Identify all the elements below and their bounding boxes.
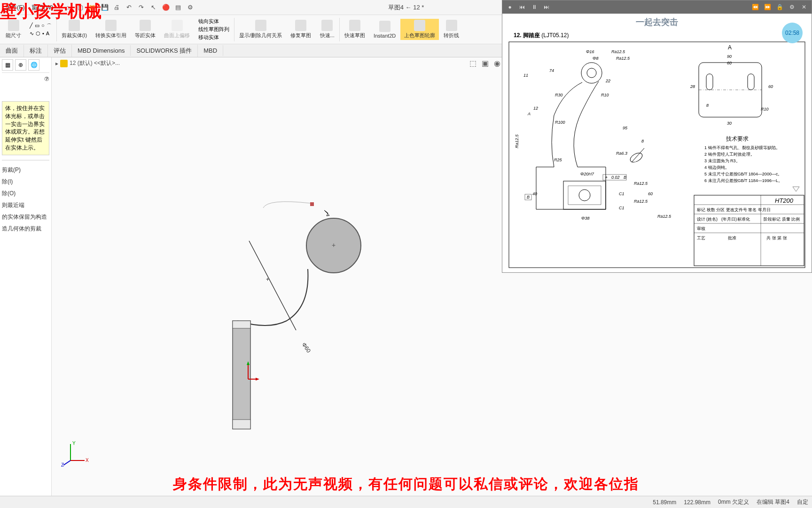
instant2d-button[interactable]: Instant2D: [370, 20, 399, 40]
pattern-group: 镜向实体 线性草图阵列 移动实体: [195, 18, 233, 41]
home-icon[interactable]: ⌂: [62, 2, 74, 13]
svg-text:Ra6.3: Ra6.3: [616, 151, 627, 156]
overlay-lock-icon[interactable]: 🔒: [776, 3, 783, 11]
svg-text:技术要求: 技术要求: [726, 135, 749, 142]
svg-text:0.02: 0.02: [611, 175, 620, 180]
opt-nearest[interactable]: 则最近端: [2, 199, 49, 211]
svg-text:+: +: [332, 241, 336, 249]
turn-button[interactable]: 转折线: [440, 19, 463, 40]
svg-text:60: 60: [768, 84, 773, 89]
svg-line-16: [63, 460, 70, 465]
opt-del-in[interactable]: 除(I): [2, 176, 49, 188]
svg-text:R30: R30: [555, 93, 563, 97]
svg-text:B: B: [527, 195, 530, 199]
tab-mbd[interactable]: MBD: [198, 45, 223, 56]
tab-annotate[interactable]: 标注: [24, 45, 48, 57]
overlay-prev-icon[interactable]: ⏮: [518, 3, 526, 11]
rebuild-icon[interactable]: 🔴: [160, 2, 172, 13]
opt-ignore[interactable]: 造几何体的剪裁: [2, 223, 49, 235]
new-icon[interactable]: ▢: [75, 2, 86, 13]
move-button[interactable]: 移动实体: [198, 34, 229, 41]
panel-help-icon[interactable]: ⑦: [44, 76, 49, 82]
overlay-forward-icon[interactable]: ⏩: [764, 3, 771, 11]
svg-point-20: [587, 68, 596, 78]
drawing-body: 12. 脚踏座 (LJT05.12) Φ16 Φ8 Ra12.5 Ra12.5 …: [502, 31, 812, 274]
opt-del-out[interactable]: 除(O): [2, 188, 49, 199]
text-icon[interactable]: A: [46, 31, 49, 37]
tab-addins[interactable]: SOLIDWORKS 插件: [131, 45, 198, 57]
svg-text:R100: R100: [555, 120, 565, 125]
svg-text:⌖: ⌖: [605, 175, 608, 180]
surface-offset-button[interactable]: 曲面上偏移: [160, 19, 194, 40]
svg-point-19: [581, 63, 602, 83]
tab-evaluate[interactable]: 评估: [48, 45, 72, 57]
mirror-button[interactable]: 镜向实体: [198, 18, 229, 25]
svg-text:HT200: HT200: [775, 197, 794, 204]
gear-icon[interactable]: ⚙: [185, 2, 196, 13]
panel-tab-2[interactable]: ⊕: [15, 59, 26, 71]
svg-text:R25: R25: [554, 158, 562, 162]
rect-icon[interactable]: ▭: [35, 23, 39, 30]
cursor-icon: [324, 210, 329, 216]
panel-tab-3[interactable]: 🌐: [28, 59, 39, 71]
overlay-record-icon[interactable]: ●: [506, 3, 514, 11]
status-mode: 在编辑 草图4: [757, 498, 789, 506]
rapid-sketch-button[interactable]: 快速草图: [341, 19, 369, 40]
svg-rect-18: [509, 42, 805, 268]
line-icon[interactable]: ╱: [30, 23, 33, 30]
overlay-title: 一起去突击: [502, 14, 812, 31]
overlay-close-icon[interactable]: ✕: [800, 3, 808, 11]
undo-icon[interactable]: ↶: [124, 2, 135, 13]
opt-trim[interactable]: 剪裁(P): [2, 164, 49, 176]
circle-icon[interactable]: ○: [41, 23, 45, 30]
offset-button[interactable]: 等距实体: [131, 19, 159, 40]
overlay-pause-icon[interactable]: ⏸: [531, 3, 538, 11]
spline-icon[interactable]: ∿: [30, 31, 34, 37]
print-icon[interactable]: 🖨: [111, 2, 123, 13]
svg-text:22: 22: [605, 79, 610, 83]
overlay-next-icon[interactable]: ⏭: [543, 3, 550, 11]
menu-window[interactable]: 窗口(W): [29, 3, 56, 12]
redo-icon[interactable]: ↷: [136, 2, 147, 13]
save-icon[interactable]: 💾: [99, 2, 110, 13]
svg-text:+: +: [266, 276, 269, 283]
tab-surface[interactable]: 曲面: [0, 45, 24, 57]
svg-text:4 锐边倒钝。: 4 锐边倒钝。: [704, 165, 729, 170]
open-icon[interactable]: 📂: [87, 2, 98, 13]
point-icon[interactable]: •: [42, 31, 44, 37]
poly-icon[interactable]: ⬡: [36, 31, 40, 37]
display-icon[interactable]: ◉: [492, 58, 502, 68]
tab-mbd-dim[interactable]: MBD Dimensions: [72, 45, 131, 56]
options-icon[interactable]: ▤: [172, 2, 184, 13]
svg-text:5 未注尺寸公差按GB/T 1804—2000—c。: 5 未注尺寸公差按GB/T 1804—2000—c。: [704, 172, 782, 176]
menu-file[interactable]: 文件(F): [2, 3, 28, 12]
panel-tab-1[interactable]: ▦: [2, 59, 13, 71]
svg-text:共 张  第 张: 共 张 第 张: [766, 236, 787, 240]
svg-text:Y: Y: [72, 441, 76, 446]
convert-button[interactable]: 转换实体引用: [92, 19, 130, 40]
relations-button[interactable]: 显示/删除几何关系: [235, 19, 286, 40]
sketch-endpoint[interactable]: [310, 202, 314, 206]
viewport-controls: ⬚ ▣ ◉: [468, 58, 502, 68]
svg-text:Ra12.5: Ra12.5: [611, 49, 625, 54]
view-triad[interactable]: Y X Z: [61, 439, 89, 468]
snap-button[interactable]: 快速...: [316, 19, 338, 40]
smart-dimension-button[interactable]: 能尺寸: [2, 19, 25, 40]
shaded-contour-button[interactable]: 上色草图轮廓: [400, 19, 439, 40]
overlay-gear-icon[interactable]: ⚙: [788, 3, 796, 11]
repair-button[interactable]: 修复草图: [287, 19, 315, 40]
overlay-rewind-icon[interactable]: ⏪: [751, 3, 759, 11]
svg-text:74: 74: [549, 68, 554, 73]
divider: [59, 3, 60, 12]
opt-construction[interactable]: 的实体保留为构造: [2, 211, 49, 223]
arc-icon[interactable]: ⌒: [47, 23, 52, 30]
svg-rect-60: [748, 74, 754, 90]
svg-text:Ra12.5: Ra12.5: [657, 214, 671, 219]
pattern-button[interactable]: 线性草图阵列: [198, 26, 229, 33]
breadcrumb[interactable]: ▸ 12 (默认) <<默认>...: [55, 59, 120, 67]
orient-icon[interactable]: ⬚: [468, 58, 477, 68]
trim-button[interactable]: 剪裁实体(I): [58, 19, 91, 40]
reference-drawing-window[interactable]: ● ⏮ ⏸ ⏭ ⏪ ⏩ 🔒 ⚙ ✕ 一起去突击 12. 脚踏座 (LJT05.1…: [502, 0, 812, 273]
view-icon[interactable]: ▣: [480, 58, 490, 68]
select-icon[interactable]: ↖: [148, 2, 159, 13]
